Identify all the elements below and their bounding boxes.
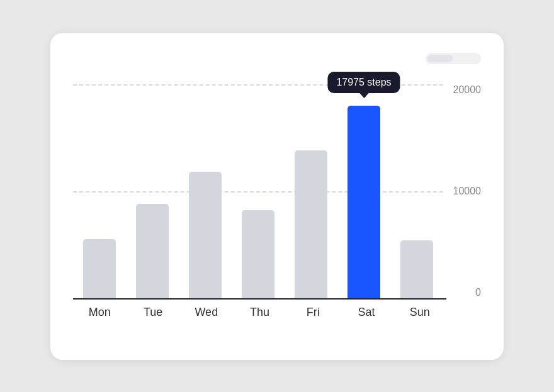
bar-mon [83,239,116,298]
chart-inner: 20000 10000 0 17975 steps [73,84,481,298]
steps-card: 20000 10000 0 17975 steps MonTueWedThuFr… [50,33,504,360]
x-label-thu: Thu [233,306,286,319]
x-axis-labels: MonTueWedThuFriSatSun [73,306,481,319]
bar-col-sun[interactable] [390,84,443,298]
bar-tue [136,204,169,298]
x-label-mon: Mon [73,306,127,319]
bar-col-fri[interactable] [285,84,337,298]
card-header [73,53,481,64]
bar-wed [189,172,222,298]
x-label-wed: Wed [179,306,233,319]
bar-sun [400,240,433,298]
bar-tooltip: 17975 steps [327,72,400,93]
x-label-fri: Fri [286,306,340,319]
week-toggle-button[interactable] [454,55,479,62]
day-toggle-button[interactable] [427,55,453,62]
bar-fri [295,150,327,298]
x-label-sat: Sat [340,306,393,319]
bar-sat: 17975 steps [348,106,380,298]
x-label-sun: Sun [393,306,446,319]
bar-col-mon[interactable] [73,84,126,298]
bar-thu [242,210,274,298]
view-toggle-group [426,53,481,64]
x-label-tue: Tue [127,306,180,319]
bar-col-sat[interactable]: 17975 steps [337,84,390,298]
bars-container: 17975 steps [73,84,481,298]
bar-col-tue[interactable] [126,84,179,298]
chart-area: 20000 10000 0 17975 steps MonTueWedThuFr… [73,84,481,319]
x-axis-line [73,298,446,300]
bar-col-wed[interactable] [179,84,232,298]
bar-col-thu[interactable] [232,84,285,298]
